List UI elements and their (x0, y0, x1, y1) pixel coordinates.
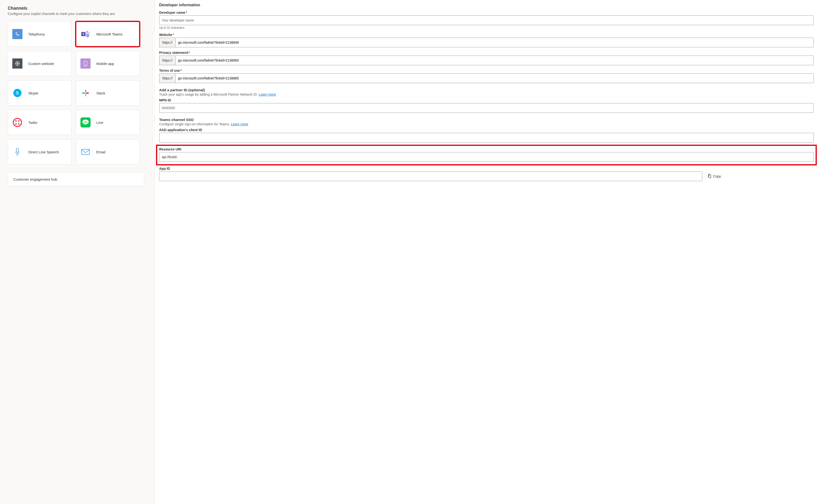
developer-info-panel: Developer information Developer name* Up… (155, 0, 818, 504)
channel-card-twilio[interactable]: Twilio (8, 110, 71, 135)
svg-text:S: S (16, 90, 19, 96)
svg-point-15 (18, 120, 20, 122)
url-prefix: https:// (159, 56, 175, 65)
microsoft-teams-icon: T (80, 29, 91, 39)
channel-label: Line (96, 121, 103, 125)
channel-label: Twilio (28, 121, 37, 125)
app-id-label: App ID (159, 167, 814, 170)
twilio-icon (12, 117, 22, 128)
line-icon: LINE (80, 117, 91, 128)
website-input[interactable] (175, 38, 814, 47)
sso-learn-more-link[interactable]: Learn more (231, 122, 248, 126)
channel-label: Mobile app (96, 62, 114, 66)
app-id-input[interactable] (159, 171, 702, 181)
copy-button[interactable]: Copy (706, 172, 723, 180)
channel-card-mobile-app[interactable]: Mobile app (76, 51, 140, 76)
svg-point-3 (88, 32, 90, 33)
sso-heading: Teams channel SSO (159, 118, 814, 122)
channels-subtitle: Configure your copilot channels to meet … (8, 12, 152, 16)
svg-rect-12 (86, 92, 89, 94)
channel-label: Custom website (28, 62, 54, 66)
resource-uri-highlight: Resource URI (157, 146, 816, 164)
svg-rect-9 (85, 90, 86, 92)
channels-grid: Telephony T Microsoft Teams (8, 21, 152, 164)
svg-rect-10 (82, 92, 85, 94)
email-icon (80, 147, 91, 157)
website-label: Website* (159, 33, 814, 37)
resource-uri-input[interactable] (159, 152, 814, 162)
channel-card-partial[interactable] (153, 32, 155, 57)
channel-card-custom-website[interactable]: Custom website (8, 51, 71, 76)
channel-card-skype[interactable]: S Skype (8, 80, 71, 106)
channels-column-partial (153, 32, 155, 145)
terms-input[interactable] (175, 73, 814, 83)
channel-card-microsoft-teams[interactable]: T Microsoft Teams (76, 21, 140, 47)
channel-card-partial[interactable] (153, 91, 155, 116)
channel-card-slack[interactable]: Slack (76, 80, 140, 106)
channel-card-email[interactable]: Email (76, 139, 140, 164)
globe-icon (12, 58, 22, 69)
channel-label: Telephony (28, 32, 45, 36)
channel-label: Microsoft Teams (96, 32, 123, 36)
svg-rect-11 (85, 93, 86, 96)
svg-point-14 (15, 120, 17, 122)
channel-card-telephony[interactable]: Telephony (8, 21, 71, 47)
url-prefix: https:// (159, 73, 175, 83)
svg-point-16 (15, 123, 17, 125)
channel-label: Skype (28, 91, 38, 95)
privacy-input[interactable] (175, 56, 814, 65)
hub-title: Customer engagement hub (13, 177, 139, 181)
sso-desc: Configure single sign-on information for… (159, 122, 814, 126)
channel-card-partial[interactable] (153, 61, 155, 86)
svg-rect-24 (709, 175, 711, 178)
copy-icon (708, 174, 711, 179)
partner-id-desc: Track your app's usage by adding a Micro… (159, 92, 814, 96)
developer-name-label: Developer name* (159, 11, 814, 14)
microphone-icon (12, 147, 22, 157)
developer-name-helper: Up to 32 characters (159, 26, 814, 29)
svg-rect-21 (16, 148, 18, 152)
channel-label: Email (96, 150, 106, 154)
resource-uri-label: Resource URI (159, 147, 814, 151)
customer-engagement-hub-card[interactable]: Customer engagement hub (8, 172, 144, 186)
developer-info-heading: Developer information (159, 3, 814, 7)
url-prefix: https:// (159, 38, 175, 47)
partner-learn-more-link[interactable]: Learn more (259, 92, 276, 96)
svg-point-6 (85, 65, 86, 65)
terms-label: Terms of use* (159, 69, 814, 72)
slack-icon (80, 88, 91, 98)
mpn-id-input[interactable] (159, 103, 814, 113)
channel-label: Direct Line Speech (28, 150, 59, 154)
aad-client-id-label: AAD application's client ID (159, 128, 814, 132)
channel-card-line[interactable]: LINE Line (76, 110, 140, 135)
svg-text:T: T (82, 32, 84, 36)
mpn-id-label: MPN ID (159, 98, 814, 102)
copy-label: Copy (713, 174, 721, 178)
channel-label: Slack (96, 91, 105, 95)
developer-name-input[interactable] (159, 15, 814, 25)
svg-point-2 (86, 31, 88, 33)
svg-point-13 (13, 118, 21, 127)
skype-icon: S (12, 88, 22, 98)
channel-card-direct-line-speech[interactable]: Direct Line Speech (8, 139, 71, 164)
channel-card-partial[interactable] (153, 120, 155, 145)
svg-point-17 (18, 123, 20, 125)
channels-heading: Channels (8, 6, 152, 11)
svg-text:LINE: LINE (83, 121, 88, 123)
partner-id-heading: Add a partner ID (optional) (159, 88, 814, 92)
aad-client-id-input[interactable] (159, 133, 814, 142)
phone-icon (12, 29, 22, 39)
svg-rect-22 (82, 149, 89, 155)
privacy-label: Privacy statement* (159, 51, 814, 55)
mobile-icon (80, 58, 91, 69)
